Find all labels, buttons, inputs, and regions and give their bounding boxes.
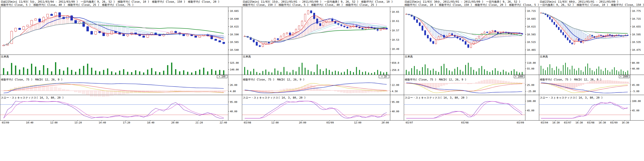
chart-workspace: 日経225mini 11/03( 5分, 2011/03/04 - 2011/0…: [0, 0, 644, 161]
volume-tick-label: 325.00: [230, 61, 239, 64]
stoch-tick-label: 40.00: [392, 110, 399, 113]
chart-svg[interactable]: 10.6510.6110.5710.5310.49650.0250.022.00…: [242, 0, 404, 126]
price-tick-label: 10.665: [230, 10, 239, 13]
stoch-tick-label: 100.00: [632, 100, 641, 103]
candlestick-series: [406, 13, 523, 48]
time-axis-label: 20:00: [171, 121, 178, 124]
volume-tick-label: 110.00: [527, 61, 536, 64]
time-axis-label: 03/09: [2, 121, 9, 124]
macd-chart: [539, 80, 630, 93]
chart-panel-5min: 日経225mini 11/03( 5分, 2011/03/04 - 2011/0…: [0, 0, 242, 161]
stoch-tick-label: 45.00: [632, 109, 639, 112]
stoch-tick-label: 45.00: [527, 109, 534, 112]
price-tick-label: 10.65: [392, 11, 399, 14]
panel-title: 日経225mini 11/03( 60分, 2011/03/01 - 2011/…: [539, 0, 644, 3]
time-axis: 03/0703/0803/09: [406, 120, 524, 124]
time-axis-label: 10:40: [26, 121, 34, 124]
macd-chart: [0, 83, 228, 97]
time-axis-label: 18:40: [147, 121, 154, 124]
time-axis-label: 03/09: [610, 121, 618, 124]
macd-tick-label: -5.00: [632, 90, 639, 93]
time-axis-label: 03/09: [517, 121, 524, 124]
moving-average-lines: [406, 14, 522, 44]
price-tick-label: 10.595: [632, 33, 641, 36]
macd-tick-label: 22.00: [392, 84, 399, 87]
time-axis-label: 03/04: [541, 121, 548, 124]
volume-bars: [541, 63, 628, 75]
stochastics-chart: [539, 102, 630, 118]
price-tick-label: 10.465: [527, 48, 536, 51]
price-tick-label: 10.61: [392, 20, 399, 23]
volume-section-label: 出来高: [540, 55, 548, 58]
time-axis: 03/0416:3003/0716:3003/0816:3003/0916:30: [541, 120, 629, 124]
price-tick-label: 10.715: [632, 18, 641, 20]
chart-panel-30min: 日経225mini 11/03( 30分, 2011/03/01 - 2011/…: [404, 0, 539, 161]
time-axis-label: 03/07: [406, 121, 413, 124]
scale-badge-label: × 100: [219, 75, 226, 78]
macd-section-label: 移動平均( Close, 75 ) MACD( 12, 26, 9 ): [540, 78, 602, 81]
price-tick-label: 10.57: [392, 29, 399, 32]
scale-badge: × 10: [379, 75, 389, 78]
price-tick-label: 10.535: [632, 41, 641, 44]
stochastics-chart: [404, 101, 525, 118]
stochastics-chart: [0, 101, 228, 118]
time-axis-label: 22:40: [220, 121, 227, 124]
price-tick-label: 10.665: [527, 18, 536, 20]
price-tick-label: 10.540: [230, 48, 239, 51]
time-axis-label: 12:00: [50, 121, 58, 124]
macd-tick-label: 45.00: [632, 84, 639, 87]
stochastics-chart: [242, 101, 390, 118]
ichimoku-cloud: [244, 17, 388, 44]
macd-tick-label: 26.00: [230, 84, 237, 87]
price-axis: 10.66510.64010.61510.59010.56510.540325.…: [228, 10, 239, 113]
chart-svg[interactable]: 10.66510.64010.61510.59010.56510.540325.…: [0, 0, 242, 126]
time-axis-label: 20:00: [382, 121, 389, 124]
time-axis-label: 12:00: [354, 121, 361, 124]
scale-badge: × 1000: [619, 75, 629, 78]
stoch-section-label: スロー・ストキャスティクス( 14, 3, 80, 20 ): [405, 96, 468, 99]
time-axis-label: 16:30: [598, 121, 606, 124]
scale-badge-label: × 1000: [620, 75, 628, 78]
macd-chart: [242, 83, 390, 93]
panel-title: 日経225mini 11/03( 5分, 2011/03/04 - 2011/0…: [0, 0, 242, 3]
time-axis-label: 03/07: [564, 121, 571, 124]
price-axis: 10.77510.71510.65510.59510.53510.47580.0…: [630, 10, 641, 112]
time-axis-label: 21:20: [195, 121, 203, 124]
volume-tick-label: 250.0: [392, 69, 399, 71]
price-tick-label: 10.49: [392, 48, 399, 51]
panel-indicator-list: 移動平均( Close, 10 ) 移動平均( Close, 150 ) 移動平…: [404, 3, 539, 7]
moving-average-lines: [244, 16, 387, 44]
price-tick-label: 10.655: [632, 25, 641, 28]
time-axis-label: 03/09: [326, 121, 334, 124]
price-axis: 10.71510.66510.61510.56510.51510.465110.…: [525, 10, 536, 112]
macd-tick-label: 25.00: [527, 84, 534, 87]
chart-panel-15min: 日経225mini 11/03( 15分, 2011/03/01 - 2011/…: [242, 0, 404, 161]
chart-svg[interactable]: 10.71510.66510.61510.56510.51510.465110.…: [404, 0, 539, 126]
volume-section-label: 出来高: [243, 55, 251, 58]
panel-indicator-list: 移動平均( Close, 5 ) 移動平均( Close, 40 ) 移動平均(…: [0, 3, 242, 7]
price-tick-label: 10.475: [632, 48, 641, 51]
volume-section-label: 出来高: [405, 55, 413, 58]
panel-indicator-list: 移動平均( Close, 150 ) 移動平均( Close, 5 ) 移動平均…: [242, 3, 404, 7]
stoch-tick-label: 100.00: [527, 100, 536, 103]
macd-chart: [404, 79, 525, 93]
macd-tick-label: 4.80: [230, 90, 236, 93]
stoch-tick-label: 95.00: [392, 101, 399, 104]
chart-panel-60min: 日経225mini 11/03( 60分, 2011/03/01 - 2011/…: [539, 0, 644, 161]
macd-section-label: 移動平均( Close, 75 ) MACD( 12, 26, 9 ): [243, 78, 304, 81]
volume-tick-label: 650.0: [392, 61, 399, 64]
time-axis: 03/0910:4012:0013:2014:4017:2018:4020:00…: [2, 120, 227, 124]
macd-section-label: 移動平均( Close, 75 ) MACD( 12, 26, 9 ): [1, 78, 63, 81]
time-axis-label: 03/08: [587, 121, 594, 124]
volume-bars: [406, 63, 522, 75]
macd-tick-label: 4.50: [392, 90, 398, 93]
time-axis-label: 13:20: [74, 121, 82, 124]
price-tick-label: 10.590: [230, 33, 239, 36]
price-tick-label: 10.715: [527, 10, 536, 13]
panel-title: 日経225mini 11/03( 15分, 2011/03/01 - 2011/…: [242, 0, 404, 3]
macd-tick-label: -25.00: [527, 90, 536, 93]
chart-svg[interactable]: 10.77510.71510.65510.59510.53510.47580.0…: [539, 0, 644, 126]
price-tick-label: 10.565: [230, 41, 239, 44]
volume-tick-label: 40.00: [632, 67, 639, 70]
stoch-section-label: スロー・ストキャスティクス( 14, 3, 80, 20 ): [540, 96, 603, 99]
